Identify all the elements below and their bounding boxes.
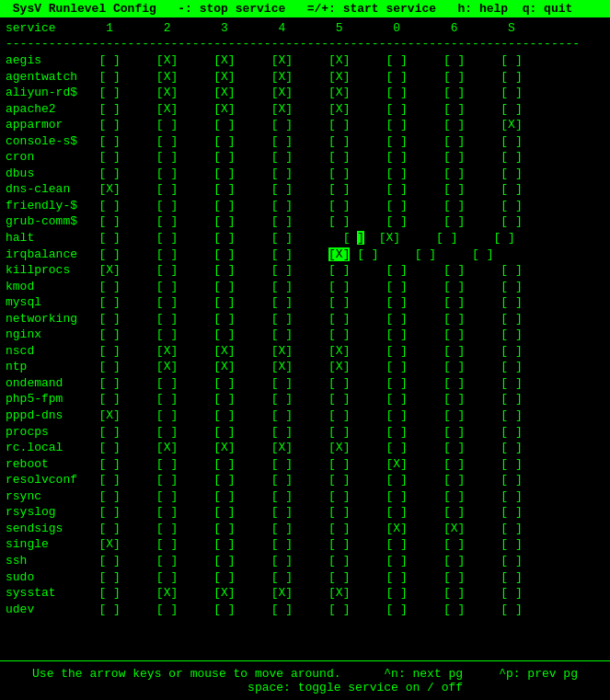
- cursor-cell: [X]: [328, 247, 350, 261]
- service-row[interactable]: dbus [ ] [ ] [ ] [ ] [ ] [ ] [ ] [ ]: [6, 166, 604, 182]
- service-row[interactable]: apache2 [ ] [X] [X] [X] [X] [ ] [ ] [ ]: [6, 101, 604, 118]
- status-bar: Use the arrow keys or mouse to move arou…: [0, 660, 610, 700]
- service-row[interactable]: agentwatch [ ] [X] [X] [X] [X] [ ] [ ] […: [6, 69, 604, 86]
- title-bar: SysV Runlevel Config -: stop service =/+…: [0, 0, 610, 17]
- service-row[interactable]: ondemand [ ] [ ] [ ] [ ] [ ] [ ] [ ] [ ]: [6, 375, 604, 392]
- service-row[interactable]: console-s$ [ ] [ ] [ ] [ ] [ ] [ ] [ ] […: [6, 133, 604, 150]
- service-row[interactable]: nscd [ ] [X] [X] [X] [X] [ ] [ ] [ ]: [6, 343, 604, 360]
- main-content: service 1 2 3 4 5 0 6 S ----------------…: [0, 17, 610, 660]
- service-row[interactable]: rsyslog [ ] [ ] [ ] [ ] [ ] [ ] [ ] [ ]: [6, 504, 604, 521]
- service-row[interactable]: kmod [ ] [ ] [ ] [ ] [ ] [ ] [ ] [ ]: [6, 279, 604, 295]
- service-row[interactable]: ntp [ ] [X] [X] [X] [X] [ ] [ ] [ ]: [6, 359, 604, 375]
- column-headers: service 1 2 3 4 5 0 6 S: [6, 21, 604, 35]
- service-row[interactable]: nginx [ ] [ ] [ ] [ ] [ ] [ ] [ ] [ ]: [6, 327, 604, 343]
- service-row[interactable]: sendsigs [ ] [ ] [ ] [ ] [ ] [X] [X] [ ]: [6, 521, 604, 537]
- service-row[interactable]: sysstat [ ] [X] [X] [X] [X] [ ] [ ] [ ]: [6, 585, 604, 602]
- service-list: aegis [ ] [X] [X] [X] [X] [ ] [ ] [ ] ag…: [6, 52, 604, 617]
- service-row[interactable]: rsync [ ] [ ] [ ] [ ] [ ] [ ] [ ] [ ]: [6, 488, 604, 505]
- service-row[interactable]: grub-comm$ [ ] [ ] [ ] [ ] [ ] [ ] [ ] […: [6, 213, 604, 230]
- service-row[interactable]: resolvconf [ ] [ ] [ ] [ ] [ ] [ ] [ ] […: [6, 472, 604, 488]
- service-row[interactable]: killprocs [X] [ ] [ ] [ ] [ ] [ ] [ ] [ …: [6, 262, 604, 279]
- service-row[interactable]: ssh [ ] [ ] [ ] [ ] [ ] [ ] [ ] [ ]: [6, 553, 604, 569]
- service-row[interactable]: udev [ ] [ ] [ ] [ ] [ ] [ ] [ ] [ ]: [6, 602, 604, 618]
- service-row[interactable]: php5-fpm [ ] [ ] [ ] [ ] [ ] [ ] [ ] [ ]: [6, 391, 604, 407]
- service-row[interactable]: pppd-dns [X] [ ] [ ] [ ] [ ] [ ] [ ] [ ]: [6, 407, 604, 424]
- service-row[interactable]: irqbalance [ ] [ ] [ ] [ ] [X] [ ] [ ] […: [6, 247, 604, 263]
- status-line2: space: toggle service on / off: [7, 681, 603, 694]
- service-row[interactable]: cron [ ] [ ] [ ] [ ] [ ] [ ] [ ] [ ]: [6, 149, 604, 166]
- service-row[interactable]: mysql [ ] [ ] [ ] [ ] [ ] [ ] [ ] [ ]: [6, 294, 604, 311]
- service-row[interactable]: dns-clean [X] [ ] [ ] [ ] [ ] [ ] [ ] [ …: [6, 181, 604, 198]
- service-row[interactable]: aliyun-rd$ [ ] [X] [X] [X] [X] [ ] [ ] […: [6, 85, 604, 101]
- status-line1: Use the arrow keys or mouse to move arou…: [7, 667, 603, 681]
- service-row[interactable]: single [X] [ ] [ ] [ ] [ ] [ ] [ ] [ ]: [6, 536, 604, 553]
- cursor-bracket: ]: [357, 231, 364, 245]
- service-row[interactable]: networking [ ] [ ] [ ] [ ] [ ] [ ] [ ] […: [6, 311, 604, 327]
- service-row[interactable]: apparmor [ ] [ ] [ ] [ ] [ ] [ ] [ ] [X]: [6, 117, 604, 133]
- service-row[interactable]: sudo [ ] [ ] [ ] [ ] [ ] [ ] [ ] [ ]: [6, 569, 604, 586]
- divider: ----------------------------------------…: [6, 37, 604, 51]
- service-row[interactable]: aegis [ ] [X] [X] [X] [X] [ ] [ ] [ ]: [6, 52, 604, 69]
- service-row[interactable]: friendly-$ [ ] [ ] [ ] [ ] [ ] [ ] [ ] […: [6, 198, 604, 214]
- service-row[interactable]: reboot [ ] [ ] [ ] [ ] [ ] [X] [ ] [ ]: [6, 456, 604, 473]
- service-row[interactable]: procps [ ] [ ] [ ] [ ] [ ] [ ] [ ] [ ]: [6, 424, 604, 441]
- service-row[interactable]: halt [ ] [ ] [ ] [ ] [ ] [X] [ ] [ ]: [6, 230, 604, 247]
- service-row[interactable]: rc.local [ ] [X] [X] [X] [X] [ ] [ ] [ ]: [6, 440, 604, 456]
